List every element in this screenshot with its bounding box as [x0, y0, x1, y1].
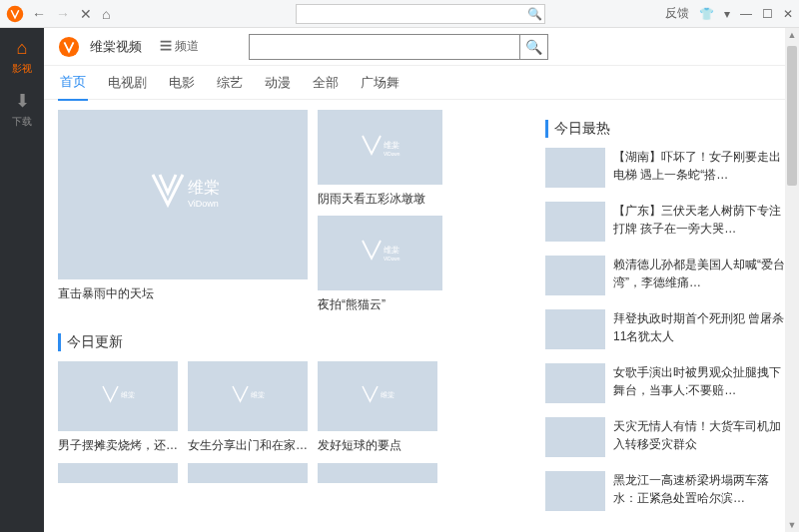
hot-item[interactable]: 天灾无情人有情！大货车司机加入转移受灾群众 — [545, 417, 785, 457]
svg-point-1 — [59, 36, 79, 56]
category-tabs: 首页 电视剧 电影 综艺 动漫 全部 广场舞 — [44, 66, 799, 100]
update-grid-row2 — [58, 463, 531, 483]
video-thumb: 维棠ViDown — [318, 110, 442, 185]
svg-text:维棠: 维棠 — [251, 391, 265, 398]
skin-icon[interactable]: 👕 — [699, 7, 714, 21]
channel-button[interactable]: 频道 — [160, 38, 199, 55]
hot-thumb — [545, 256, 605, 295]
tab-movie[interactable]: 电影 — [167, 66, 197, 100]
video-thumb: 维棠 — [318, 361, 437, 431]
scroll-up-arrow[interactable]: ▲ — [785, 28, 799, 42]
hot-thumb — [545, 202, 605, 242]
sidebar-label-download: 下载 — [12, 116, 32, 127]
forward-button[interactable]: → — [56, 6, 70, 22]
hot-title: 【广东】三伏天老人树荫下专注打牌 孩子在一旁大哭… — [613, 202, 785, 238]
svg-point-0 — [7, 5, 24, 22]
minimize-button[interactable]: — — [740, 7, 752, 21]
main-scroll[interactable]: 维棠ViDown 直击暴雨中的天坛 维棠ViDown 阴雨天看五彩冰墩墩 维棠V… — [44, 100, 799, 532]
menu-icon[interactable]: ▾ — [724, 7, 730, 21]
tab-drama[interactable]: 电视剧 — [106, 66, 149, 100]
home-button[interactable]: ⌂ — [102, 6, 110, 22]
hot-title: 女歌手演出时被男观众扯腿拽下舞台，当事人:不要赔… — [613, 363, 785, 399]
hot-title: 【湖南】吓坏了！女子刚要走出电梯 遇上一条蛇“搭… — [613, 148, 785, 184]
tab-all[interactable]: 全部 — [311, 66, 341, 100]
tab-dance[interactable]: 广场舞 — [359, 66, 401, 100]
svg-text:维棠: 维棠 — [121, 391, 135, 398]
hot-title: 拜登执政时期首个死刑犯 曾屠杀11名犹太人 — [613, 309, 785, 345]
window-titlebar: ← → ✕ ⌂ 🔍 反馈 👕 ▾ — ☐ ✕ — [0, 0, 799, 28]
address-search-icon[interactable]: 🔍 — [524, 7, 544, 21]
video-title: 发好短球的要点 — [318, 437, 437, 454]
video-card[interactable] — [58, 463, 178, 483]
hot-item[interactable]: 黑龙江一高速桥梁坍塌两车落水：正紧急处置哈尔滨… — [545, 471, 785, 511]
hot-item[interactable]: 赖清德儿孙都是美国人却喊“爱台湾”，李德维痛… — [545, 256, 785, 295]
tab-variety[interactable]: 综艺 — [215, 66, 245, 100]
feedback-link[interactable]: 反馈 — [665, 5, 689, 22]
hot-list: 【湖南】吓坏了！女子刚要走出电梯 遇上一条蛇“搭… 【广东】三伏天老人树荫下专注… — [545, 148, 785, 511]
close-tab-button[interactable]: ✕ — [80, 6, 92, 22]
hot-item[interactable]: 拜登执政时期首个死刑犯 曾屠杀11名犹太人 — [545, 309, 785, 349]
svg-text:ViDown: ViDown — [384, 258, 400, 263]
app-name: 维棠视频 — [90, 38, 142, 56]
video-thumb — [188, 463, 308, 483]
app-header: 维棠视频 频道 🔍 — [44, 28, 799, 66]
svg-text:维棠: 维棠 — [384, 141, 400, 150]
close-window-button[interactable]: ✕ — [783, 7, 793, 21]
video-thumb: 维棠 — [188, 361, 308, 431]
video-title: 阴雨天看五彩冰墩墩 — [318, 191, 442, 208]
update-grid: 维棠 男子摆摊卖烧烤，还没卖… 维棠 女生分享出门和在家的区… 维棠 发好短球的… — [58, 361, 531, 454]
hero-side-video-1[interactable]: 维棠ViDown 阴雨天看五彩冰墩墩 — [318, 110, 442, 208]
video-card[interactable]: 维棠 发好短球的要点 — [318, 361, 437, 454]
hot-item[interactable]: 【湖南】吓坏了！女子刚要走出电梯 遇上一条蛇“搭… — [545, 148, 785, 188]
svg-text:维棠: 维棠 — [384, 246, 400, 255]
sidebar-label-video: 影视 — [12, 63, 32, 74]
tab-home[interactable]: 首页 — [58, 65, 88, 101]
sidebar-item-video[interactable]: ⌂ 影视 — [0, 38, 44, 76]
hot-thumb — [545, 471, 605, 511]
address-bar[interactable]: 🔍 — [296, 4, 545, 24]
content-area: 维棠视频 频道 🔍 首页 电视剧 电影 综艺 动漫 全部 广场舞 — [44, 28, 799, 532]
video-card[interactable] — [318, 463, 437, 483]
home-icon: ⌂ — [0, 38, 44, 59]
maximize-button[interactable]: ☐ — [762, 7, 773, 21]
hot-thumb — [545, 417, 605, 457]
hot-title: 赖清德儿孙都是美国人却喊“爱台湾”，李德维痛… — [613, 256, 785, 291]
svg-text:ViDown: ViDown — [188, 199, 219, 209]
scroll-down-arrow[interactable]: ▼ — [785, 518, 799, 532]
hot-title: 黑龙江一高速桥梁坍塌两车落水：正紧急处置哈尔滨… — [613, 471, 785, 507]
scrollbar-thumb[interactable] — [787, 46, 797, 186]
hero-thumb: 维棠ViDown — [58, 110, 308, 279]
left-sidebar: ⌂ 影视 ⬇ 下载 — [0, 28, 44, 532]
search-input[interactable] — [250, 35, 519, 59]
svg-text:ViDown: ViDown — [384, 152, 400, 157]
video-thumb — [318, 463, 437, 483]
hot-item[interactable]: 女歌手演出时被男观众扯腿拽下舞台，当事人:不要赔… — [545, 363, 785, 403]
tab-anime[interactable]: 动漫 — [263, 66, 293, 100]
right-column: 今日最热 【湖南】吓坏了！女子刚要走出电梯 遇上一条蛇“搭… 【广东】三伏天老人… — [545, 110, 785, 525]
svg-text:维棠: 维棠 — [381, 391, 395, 398]
vertical-scrollbar[interactable]: ▲ ▼ — [785, 28, 799, 532]
video-card[interactable]: 维棠 女生分享出门和在家的区… — [188, 361, 308, 454]
hero-video[interactable]: 维棠ViDown 直击暴雨中的天坛 — [58, 110, 308, 313]
hot-thumb — [545, 309, 605, 349]
hot-item[interactable]: 【广东】三伏天老人树荫下专注打牌 孩子在一旁大哭… — [545, 202, 785, 242]
video-card[interactable]: 维棠 男子摆摊卖烧烤，还没卖… — [58, 361, 178, 454]
app-logo-icon — [6, 5, 24, 23]
left-column: 维棠ViDown 直击暴雨中的天坛 维棠ViDown 阴雨天看五彩冰墩墩 维棠V… — [58, 110, 531, 525]
search-box: 🔍 — [249, 34, 548, 60]
hero-side-video-2[interactable]: 维棠ViDown 夜拍“熊猫云” — [318, 216, 442, 313]
download-icon: ⬇ — [0, 90, 44, 112]
hot-title: 天灾无情人有情！大货车司机加入转移受灾群众 — [613, 417, 785, 453]
brand-logo-icon — [58, 36, 80, 58]
section-today-hot: 今日最热 — [545, 120, 785, 138]
video-title: 夜拍“熊猫云” — [318, 296, 442, 313]
video-thumb — [58, 463, 178, 483]
section-today-update: 今日更新 — [58, 333, 531, 351]
video-card[interactable] — [188, 463, 308, 483]
hot-thumb — [545, 148, 605, 188]
hero-title: 直击暴雨中的天坛 — [58, 285, 308, 302]
sidebar-item-download[interactable]: ⬇ 下载 — [0, 90, 44, 129]
address-input[interactable] — [297, 8, 524, 20]
back-button[interactable]: ← — [32, 6, 46, 22]
search-button[interactable]: 🔍 — [519, 35, 547, 59]
